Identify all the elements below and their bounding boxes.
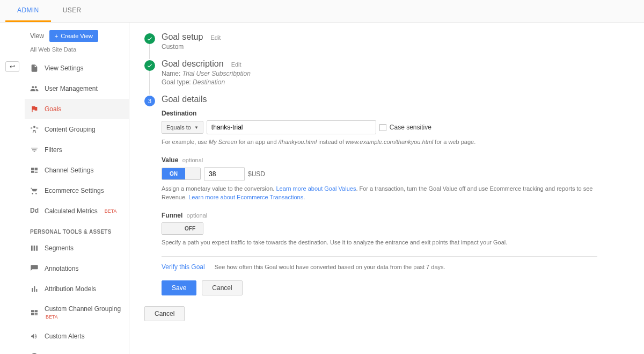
nav-goals[interactable]: Goals [25, 99, 129, 119]
step-3-badge: 3 [144, 96, 155, 106]
nav-label: Content Grouping [45, 126, 96, 133]
create-view-label: Create View [61, 33, 93, 39]
nav-calculated-metrics[interactable]: Dd Calculated Metrics BETA [25, 201, 129, 221]
nav-attribution[interactable]: Attribution Models [25, 279, 129, 299]
value-amount-input[interactable] [204, 167, 245, 181]
goal-values-link[interactable]: Learn more about Goal Values [276, 185, 356, 192]
view-label: View [30, 32, 44, 40]
step-desc-type-value: Destination [193, 78, 225, 86]
step-desc-edit[interactable]: Edit [231, 61, 241, 68]
nav-label: Goals [45, 105, 61, 113]
tab-user[interactable]: USER [51, 0, 93, 22]
top-tabs: ADMIN USER [0, 0, 644, 23]
funnel-hint: Specify a path you expect traffic to tak… [162, 238, 597, 247]
cart-icon [30, 186, 39, 195]
value-toggle[interactable]: ON [162, 168, 201, 180]
check-icon [147, 35, 153, 42]
toggle-off-slot [185, 168, 200, 179]
comment-icon [30, 264, 39, 273]
divider [162, 256, 597, 257]
channel-icon [30, 308, 39, 317]
destination-hint: For example, use My Screen for an app an… [162, 138, 597, 147]
page-icon [30, 64, 39, 73]
step-setup-sub: Custom [162, 43, 597, 50]
destination-input[interactable] [207, 120, 376, 134]
flag-icon [30, 105, 39, 113]
check-icon [147, 62, 153, 69]
funnel-icon [30, 146, 39, 154]
funnel-header: Funnel [162, 212, 182, 219]
toggle-off-label: OFF [177, 223, 203, 234]
nav-view-settings[interactable]: View Settings [25, 58, 129, 78]
nav-label: Channel Settings [45, 167, 93, 174]
cancel-button[interactable]: Cancel [202, 280, 242, 295]
nav-ecommerce[interactable]: Ecommerce Settings [25, 180, 129, 201]
nav-label: Calculated Metrics [45, 207, 98, 215]
segments-icon [30, 244, 39, 252]
sidebar: View + Create View All Web Site Data Vie… [25, 23, 129, 354]
funnel-toggle[interactable]: OFF [162, 222, 203, 235]
nav-label: Segments [45, 244, 74, 252]
view-name: All Web Site Data [25, 46, 129, 58]
ecommerce-transactions-link[interactable]: Learn more about Ecommerce Transactions [188, 194, 303, 200]
toggle-on-label: ON [162, 168, 185, 179]
create-view-button[interactable]: + Create View [49, 30, 98, 42]
nav-annotations[interactable]: Annotations [25, 258, 129, 279]
beta-badge: BETA [105, 208, 117, 214]
value-header: Value [162, 156, 178, 164]
destination-header: Destination [162, 110, 597, 117]
nav-label: Attribution Models [45, 285, 96, 293]
verify-goal-text: See how often this Goal would have conve… [215, 264, 445, 270]
nav-segments[interactable]: Segments [25, 238, 129, 258]
section-personal-tools: PERSONAL TOOLS & ASSETS [25, 221, 129, 238]
nav-custom-alerts[interactable]: Custom Alerts [25, 326, 129, 346]
nav-label: User Management [45, 85, 98, 92]
funnel-optional: optional [187, 212, 208, 219]
case-sensitive-label: Case sensitive [390, 124, 431, 131]
step-setup-edit[interactable]: Edit [210, 34, 221, 41]
plus-icon: + [55, 33, 58, 39]
tab-admin[interactable]: ADMIN [5, 0, 51, 22]
outer-cancel-button[interactable]: Cancel [144, 306, 185, 321]
save-button[interactable]: Save [162, 280, 196, 295]
main-content: Goal setup Edit Custom Goal description … [129, 23, 612, 354]
nav-user-management[interactable]: User Management [25, 78, 129, 99]
destination-match-value: Equals to [166, 124, 191, 131]
step-desc-title: Goal description [162, 59, 224, 69]
beta-badge: BETA [46, 314, 58, 320]
value-hint: Assign a monetary value to the conversio… [162, 184, 597, 202]
megaphone-icon [30, 332, 39, 341]
people-icon [30, 84, 39, 93]
value-optional: optional [182, 157, 203, 163]
step-2-badge [144, 60, 155, 71]
bars-icon [30, 285, 39, 293]
nav-channel-settings[interactable]: Channel Settings [25, 160, 129, 180]
destination-match-dropdown[interactable]: Equals to ▼ [162, 121, 203, 134]
nav-label: Filters [45, 146, 62, 154]
step-setup-title: Goal setup [162, 32, 203, 42]
nav-content-grouping[interactable]: Content Grouping [25, 119, 129, 140]
step-desc-name-label: Name: [162, 70, 180, 77]
case-sensitive-checkbox[interactable] [379, 124, 386, 131]
nav-scheduled-emails[interactable]: Scheduled Emails [25, 346, 129, 354]
nav-custom-channel[interactable]: Custom Channel Grouping BETA [25, 299, 129, 326]
value-currency: $USD [248, 170, 265, 178]
verify-goal-link[interactable]: Verify this Goal [162, 263, 205, 271]
chevron-down-icon: ▼ [194, 125, 199, 130]
nav-label: Ecommerce Settings [45, 187, 104, 194]
nav-label: Custom Alerts [45, 333, 85, 340]
toggle-on-slot [162, 223, 177, 234]
dd-icon: Dd [30, 207, 39, 215]
back-button[interactable]: ↩ [5, 61, 19, 72]
nav-filters[interactable]: Filters [25, 140, 129, 160]
channel-icon [30, 166, 39, 175]
nav-label: View Settings [45, 64, 84, 72]
step-desc-type-label: Goal type: [162, 78, 191, 86]
step-details-title: Goal details [162, 95, 207, 104]
step-1-badge [144, 33, 155, 44]
nav-label: Custom Channel Grouping [45, 305, 121, 313]
nav-label: Annotations [45, 265, 78, 272]
person-arrows-icon [30, 125, 39, 134]
step-desc-name-value: Trial User Subscribption [182, 70, 251, 77]
